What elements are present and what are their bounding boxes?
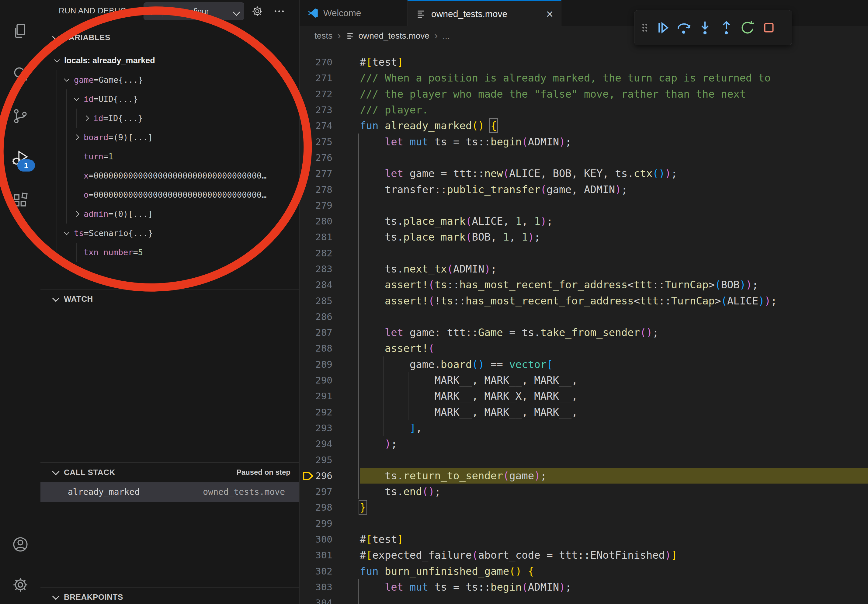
variable-row-board[interactable]: board = (9)[...] [40, 128, 299, 147]
code-line-275[interactable]: 275 let mut ts = ts::begin(ADMIN); [299, 133, 868, 149]
code-line-280[interactable]: 280 ts.place_mark(ALICE, 1, 1); [299, 213, 868, 229]
variables-section-header[interactable]: VARIABLES [40, 28, 299, 47]
code-line-272[interactable]: 272/// the player who made the "false" m… [299, 86, 868, 102]
breakpoint-gutter[interactable] [299, 325, 315, 340]
code-line-281[interactable]: 281 ts.place_mark(BOB, 1, 1); [299, 229, 868, 245]
restart-button[interactable] [738, 17, 757, 39]
chevron-down-icon[interactable] [62, 229, 71, 237]
breakpoint-gutter[interactable] [299, 181, 315, 197]
code-line-271[interactable]: 271/// When a position is already marked… [299, 70, 868, 86]
source-control-icon[interactable] [0, 99, 40, 133]
more-actions-icon[interactable] [271, 4, 287, 19]
breakpoint-gutter[interactable] [299, 340, 315, 356]
breakpoint-gutter[interactable] [299, 197, 315, 213]
settings-gear-icon[interactable] [0, 568, 40, 602]
variable-row-turn[interactable]: turn = 1 [40, 147, 299, 166]
breakpoint-gutter[interactable] [299, 229, 315, 245]
breakpoint-gutter[interactable] [299, 213, 315, 229]
step-over-button[interactable] [674, 17, 693, 39]
extensions-icon[interactable] [0, 184, 40, 217]
breakpoint-gutter[interactable] [299, 563, 315, 579]
breakpoint-gutter[interactable] [299, 150, 315, 166]
call-stack-frame[interactable]: already_markedowned_tests.move [40, 482, 299, 502]
breakpoint-gutter[interactable] [299, 86, 315, 102]
search-icon[interactable] [0, 57, 40, 90]
code-line-292[interactable]: 292 MARK__, MARK__, MARK__, [299, 404, 868, 420]
chevron-right-icon[interactable] [72, 210, 81, 218]
code-line-291[interactable]: 291 MARK__, MARK_X, MARK__, [299, 388, 868, 404]
close-tab-icon[interactable]: × [546, 8, 553, 20]
code-line-295[interactable]: 295 [299, 452, 868, 468]
breakpoint-gutter[interactable] [299, 420, 315, 436]
breakpoint-gutter[interactable] [299, 277, 315, 293]
breakpoint-gutter[interactable] [299, 166, 315, 181]
code-editor[interactable]: 270#[test]271/// When a position is alre… [299, 46, 868, 604]
breakpoints-section-header[interactable]: BREAKPOINTS [40, 588, 299, 604]
account-icon[interactable] [0, 528, 40, 561]
chevron-down-icon[interactable] [62, 76, 71, 84]
variable-row-game[interactable]: game = Game{...} [40, 70, 299, 90]
chevron-right-icon[interactable] [72, 133, 81, 142]
code-line-297[interactable]: 297 ts.end(); [299, 483, 868, 499]
variable-row-admin[interactable]: admin = (0)[...] [40, 204, 299, 223]
breakpoint-gutter[interactable] [299, 531, 315, 547]
variable-row-txn_number[interactable]: txn_number = 5 [40, 243, 299, 262]
breakpoint-gutter[interactable] [299, 356, 315, 372]
breakpoint-gutter[interactable] [299, 293, 315, 308]
breakpoint-gutter[interactable] [299, 579, 315, 595]
code-line-296[interactable]: 296 ts.return_to_sender(game); [299, 468, 868, 483]
drag-handle[interactable] [639, 17, 651, 39]
step-into-button[interactable] [695, 17, 715, 39]
breadcrumb-folder[interactable]: tests [315, 31, 332, 41]
breakpoint-gutter[interactable] [299, 54, 315, 70]
code-line-304[interactable]: 304 [299, 595, 868, 604]
continue-button[interactable] [653, 17, 672, 39]
tab-welcome[interactable]: Welcome [299, 0, 408, 26]
chevron-right-icon[interactable] [82, 114, 90, 122]
debug-settings-gear-icon[interactable] [250, 4, 265, 19]
breakpoint-gutter[interactable] [299, 245, 315, 261]
breakpoint-gutter[interactable] [299, 118, 315, 133]
call-stack-section-header[interactable]: CALL STACK Paused on step [40, 463, 299, 482]
breakpoint-gutter[interactable] [299, 309, 315, 325]
code-line-273[interactable]: 273/// player. [299, 102, 868, 118]
code-line-274[interactable]: 274fun already_marked() { [299, 118, 868, 133]
code-line-278[interactable]: 278 transfer::public_transfer(game, ADMI… [299, 181, 868, 197]
code-line-288[interactable]: 288 assert!( [299, 340, 868, 356]
code-line-299[interactable]: 299 [299, 516, 868, 531]
code-line-303[interactable]: 303 let mut ts = ts::begin(ADMIN); [299, 579, 868, 595]
code-line-282[interactable]: 282 [299, 245, 868, 261]
code-line-284[interactable]: 284 assert!(ts::has_most_recent_for_addr… [299, 277, 868, 293]
breakpoint-gutter[interactable] [299, 261, 315, 277]
code-line-277[interactable]: 277 let game = ttt::new(ALICE, BOB, KEY,… [299, 166, 868, 181]
run-and-debug-icon[interactable]: 1 [0, 141, 40, 175]
chevron-down-icon[interactable] [72, 95, 81, 104]
code-line-302[interactable]: 302fun burn_unfinished_game() { [299, 563, 868, 579]
stop-button[interactable] [759, 17, 778, 39]
step-out-button[interactable] [716, 17, 736, 39]
breakpoint-gutter[interactable] [299, 388, 315, 404]
variable-row-o[interactable]: o = 000000000000000000000000000000000000… [40, 185, 299, 204]
code-line-283[interactable]: 283 ts.next_tx(ADMIN); [299, 261, 868, 277]
variable-row-id[interactable]: id = ID{...} [40, 108, 299, 128]
code-line-293[interactable]: 293 ], [299, 420, 868, 436]
current-line-gutter-marker[interactable] [299, 468, 315, 483]
start-debug-icon[interactable] [148, 6, 158, 16]
breadcrumb-symbol[interactable]: ... [443, 31, 450, 41]
breakpoint-gutter[interactable] [299, 452, 315, 468]
code-line-287[interactable]: 287 let game: ttt::Game = ts.take_from_s… [299, 325, 868, 340]
variable-row-id[interactable]: id = UID{...} [40, 90, 299, 108]
code-line-286[interactable]: 286 [299, 309, 868, 325]
breakpoint-gutter[interactable] [299, 595, 315, 604]
code-line-301[interactable]: 301#[expected_failure(abort_code = ttt::… [299, 547, 868, 563]
tab-owned-tests-move[interactable]: owned_tests.move × [408, 0, 561, 26]
breakpoint-gutter[interactable] [299, 499, 315, 515]
code-line-276[interactable]: 276 [299, 150, 868, 166]
breakpoint-gutter[interactable] [299, 483, 315, 499]
variable-row-ts[interactable]: ts = Scenario{...} [40, 223, 299, 243]
code-line-285[interactable]: 285 assert!(!ts::has_most_recent_for_add… [299, 293, 868, 308]
breakpoint-gutter[interactable] [299, 372, 315, 388]
breakpoint-gutter[interactable] [299, 70, 315, 86]
scope-row[interactable]: locals: already_marked [40, 51, 299, 70]
code-line-290[interactable]: 290 MARK__, MARK__, MARK__, [299, 372, 868, 388]
